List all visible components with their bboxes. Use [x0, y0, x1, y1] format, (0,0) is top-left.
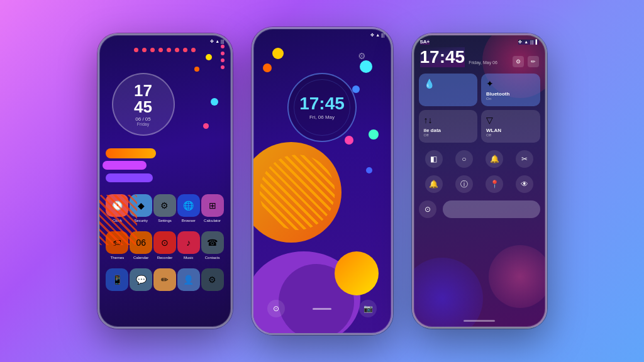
phone2-status-icons: ✤ ▲ ||| [370, 33, 384, 38]
phone3-control-grid: 💧 ✦ Bluetooth On ↑↓ ile data Off ▽ WLAN … [414, 70, 545, 146]
phone3-status-left: SA+ [420, 39, 430, 45]
water-icon: 💧 [424, 79, 435, 89]
icon-location[interactable]: 📍 [486, 175, 503, 193]
phone3-status-right: ✤ ▲ ||| ▌ [518, 40, 538, 45]
phone3-main-time: 17:45 [420, 47, 465, 67]
icon-wifi[interactable]: ○ [455, 150, 473, 168]
icon-scissors[interactable]: ✂ [516, 150, 533, 168]
phone1-time: 17 [134, 82, 152, 99]
app-row-3: 📱 💬 ✏ 👤 ⚙ [106, 268, 225, 293]
battery-icon: ▌ [536, 40, 539, 44]
mobiledata-sub: Off [424, 133, 429, 137]
wlan-icon: ▽ [486, 115, 493, 125]
app-notes[interactable]: ✏ [153, 268, 176, 293]
phone3-settings-row: ⚙ ✏ [513, 56, 539, 67]
phone1-time2: 45 [134, 99, 152, 115]
network-icon: ||| [530, 40, 533, 44]
phone3-status-bar: SA+ ✤ ▲ ||| ▌ [414, 35, 545, 46]
mobiledata-label: ile data [424, 128, 441, 133]
app-gallery[interactable]: 👤 [177, 268, 200, 293]
mobiledata-icon: ↑↓ [424, 115, 433, 125]
app-settings[interactable]: ⚙ Settings [153, 194, 176, 222]
icon-bell[interactable]: 🔔 [486, 150, 503, 168]
phone2-bottom-icon-1[interactable]: ⊙ [267, 300, 285, 317]
phone3-screen: SA+ ✤ ▲ ||| ▌ 17:45 Friday, May 06 ⚙ ✏ 💧 [414, 35, 545, 327]
phone2-bottom-icon-2[interactable]: 📷 [359, 300, 377, 317]
phone3-date: Friday, May 06 [469, 60, 497, 65]
phone3-settings-icon[interactable]: ⚙ [513, 56, 524, 67]
bluetooth-sub: On [486, 97, 491, 101]
bluetooth-label: Bluetooth [486, 91, 509, 97]
app-contacts[interactable]: ☎ Contacts [201, 231, 224, 260]
phone1-clock-widget: 17 45 06 / 05 Friday [112, 73, 175, 136]
brightness-slider[interactable] [443, 200, 540, 218]
icon-alarm[interactable]: 🔔 [425, 175, 443, 193]
icon-screen-rotate[interactable]: ◧ [425, 150, 443, 168]
phone-3: SA+ ✤ ▲ ||| ▌ 17:45 Friday, May 06 ⚙ ✏ 💧 [412, 33, 547, 329]
app-music[interactable]: ♪ Music [177, 231, 200, 260]
phone3-icon-row-3: ⊙ [414, 197, 545, 222]
bt-icon: ✤ [518, 40, 522, 45]
phone3-icon-row-1: ◧ ○ 🔔 ✂ [414, 146, 545, 172]
wlan-sub: Off [486, 133, 491, 137]
bluetooth-icon: ✦ [486, 79, 494, 89]
app-recorder[interactable]: ⊙ Recorder [153, 231, 176, 260]
control-tile-water[interactable]: 💧 [419, 74, 478, 106]
status-icons: ✤ ▲ ||| [210, 39, 224, 44]
phone-1: ✤ ▲ ||| 17 45 06 / 05 Friday 🕐 Clock [97, 33, 233, 329]
phone2-screen: ⚙ ✤ ▲ ||| 17:45 Fri, 06 May ⊙ 📷 [253, 29, 391, 333]
icon-camera[interactable]: ⊙ [419, 200, 436, 218]
phone-2: ⚙ ✤ ▲ ||| 17:45 Fri, 06 May ⊙ 📷 [252, 27, 393, 335]
app-messages[interactable]: 💬 [130, 268, 152, 293]
phone2-status-bar: ✤ ▲ ||| [253, 29, 391, 39]
phone1-day: Friday [137, 122, 149, 126]
app-browser[interactable]: 🌐 Browser [177, 194, 200, 222]
app-system[interactable]: ⚙ [201, 268, 224, 293]
phone1-status-bar: ✤ ▲ ||| [99, 35, 231, 45]
icon-eye[interactable]: 👁 [516, 175, 533, 193]
app-phone[interactable]: 📱 [106, 268, 128, 293]
control-tile-wlan[interactable]: ▽ WLAN Off [481, 110, 540, 143]
phone1-date: 06 / 05 [135, 116, 150, 122]
phone3-home-indicator [464, 320, 495, 322]
app-calculator[interactable]: ⊞ Calculator [201, 194, 224, 222]
control-tile-mobiledata[interactable]: ↑↓ ile data Off [419, 110, 478, 143]
signal-icon: ▲ [524, 40, 528, 44]
control-tile-bluetooth[interactable]: ✦ Bluetooth On [481, 74, 540, 106]
phone2-clock-widget: 17:45 Fri, 06 May [287, 73, 357, 142]
phone2-home-indicator [313, 308, 331, 310]
phone3-edit-icon[interactable]: ✏ [528, 56, 539, 67]
wlan-label: WLAN [486, 128, 501, 133]
phone3-icon-row-2: 🔔 ⓘ 📍 👁 [414, 172, 545, 197]
phone1-screen: ✤ ▲ ||| 17 45 06 / 05 Friday 🕐 Clock [99, 35, 231, 327]
icon-info[interactable]: ⓘ [455, 175, 473, 193]
